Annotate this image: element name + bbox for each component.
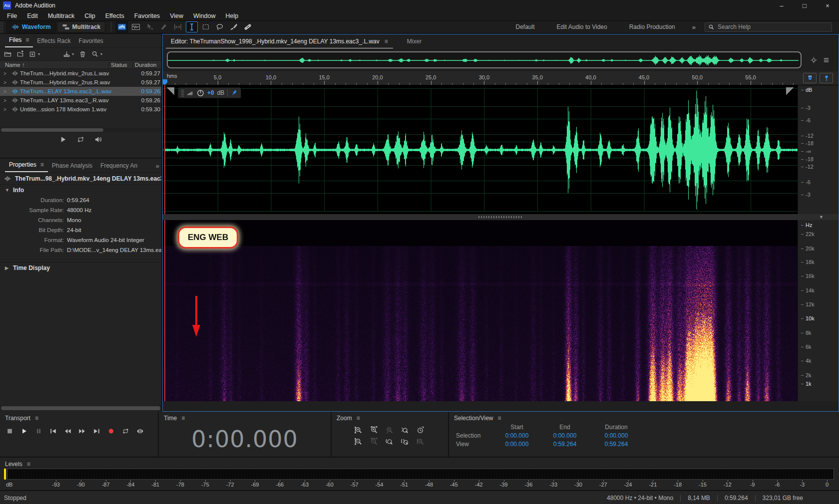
marker-button[interactable] <box>820 73 833 83</box>
timeline-ruler[interactable]: hms 5,010,015,020,025,030,035,040,045,05… <box>163 71 798 85</box>
snap-magnet-button[interactable] <box>803 73 817 83</box>
menu-edit[interactable]: Edit <box>22 12 43 19</box>
panel-menu-icon[interactable]: ≡ <box>498 415 501 422</box>
marquee-selection-tool-button[interactable] <box>200 21 212 32</box>
auto-play-button[interactable] <box>94 136 102 143</box>
gain-value[interactable]: +0 <box>207 89 214 96</box>
loop-playback-button[interactable] <box>120 427 130 436</box>
rewind-button[interactable] <box>62 427 72 436</box>
menu-clip[interactable]: Clip <box>79 12 100 19</box>
expand-chevron-icon[interactable]: > <box>0 80 10 85</box>
panel-menu-icon[interactable]: ≡ <box>35 415 38 422</box>
search-button[interactable] <box>91 50 99 58</box>
panel-menu-icon[interactable]: ≡ <box>25 36 29 43</box>
files-scrollbar-thumb[interactable] <box>1 128 103 132</box>
files-scrollbar[interactable] <box>0 128 161 132</box>
menu-window[interactable]: Window <box>188 12 220 19</box>
loop-playback-button[interactable] <box>77 136 84 143</box>
properties-scrollbar[interactable] <box>0 406 161 411</box>
close-button[interactable]: × <box>816 0 839 11</box>
lasso-selection-tool-button[interactable] <box>214 21 226 32</box>
expand-chevron-icon[interactable]: > <box>0 71 10 76</box>
file-row[interactable]: >TheTrum....Hybrid.mkv_2rus.L.wav0:59.27 <box>0 69 161 78</box>
spot-healing-brush-tool-button[interactable] <box>242 21 254 32</box>
trash-button[interactable] <box>79 50 86 58</box>
import-file-button[interactable] <box>16 50 24 58</box>
go-to-start-button[interactable] <box>48 427 58 436</box>
properties-tab-phase-analysis[interactable]: Phase Analysis <box>48 160 96 172</box>
playhead-marker[interactable] <box>163 79 167 85</box>
file-row[interactable]: >Untitle...ssion 178 Mixdown 1.wav0:59.3… <box>0 105 161 114</box>
search-help-box[interactable] <box>705 22 832 32</box>
spectral-frequency-display-button[interactable] <box>116 21 128 32</box>
time-display-section-header[interactable]: ▶ Time Display <box>0 262 161 273</box>
waveform-display-button[interactable] <box>130 21 142 32</box>
record-button[interactable] <box>106 427 116 436</box>
maximize-button[interactable]: □ <box>793 0 816 11</box>
panel-menu-icon[interactable]: ≡ <box>27 461 30 468</box>
paintbrush-tool-button[interactable] <box>228 21 240 32</box>
menu-view[interactable]: View <box>165 12 188 19</box>
files-tab-files[interactable]: Files≡ <box>5 34 33 47</box>
toolbar-grip[interactable] <box>0 21 3 33</box>
sv-value[interactable]: 0:00.000 <box>589 432 644 439</box>
slip-tool-button[interactable] <box>172 21 184 32</box>
play-button[interactable] <box>19 427 29 436</box>
zoom-in-right-button[interactable] <box>401 426 410 434</box>
sv-value[interactable]: 0:59.264 <box>589 441 644 448</box>
skip-selection-button[interactable] <box>135 427 145 436</box>
file-row[interactable]: >TheTrum...LAY 13ms.eac3_.R.wav0:59.26 <box>0 96 161 105</box>
expand-chevron-icon[interactable]: > <box>0 89 10 94</box>
pin-icon[interactable] <box>231 89 238 96</box>
stop-button[interactable] <box>4 427 14 436</box>
menu-file[interactable]: File <box>2 12 22 19</box>
panel-menu-icon[interactable]: ≡ <box>385 38 388 45</box>
zoom-left-edge-button[interactable] <box>386 438 395 446</box>
collapse-corner-icon[interactable] <box>786 87 794 95</box>
workspace-overflow-button[interactable]: » <box>692 23 696 31</box>
menu-multitrack[interactable]: Multitrack <box>43 12 79 19</box>
new-bin-button[interactable] <box>29 50 36 58</box>
fast-forward-button[interactable] <box>77 427 87 436</box>
expand-chevron-icon[interactable]: > <box>0 107 10 112</box>
properties-tab-properties[interactable]: Properties≡ <box>5 159 48 172</box>
zoom-out-amplitude-button[interactable] <box>355 438 364 446</box>
column-duration[interactable]: Duration <box>132 62 161 68</box>
heads-up-gain-widget[interactable]: +0 dB <box>178 87 241 98</box>
info-section-header[interactable]: ▼ Info <box>0 184 161 195</box>
zoom-both-edges-button[interactable] <box>401 438 410 446</box>
gain-knob-icon[interactable] <box>197 89 204 97</box>
panel-menu-icon[interactable]: ≡ <box>40 161 44 168</box>
file-row[interactable]: >TheTrum....Hybrid.mkv_2rus.R.wav0:59.27 <box>0 78 161 87</box>
overview-range-selector[interactable] <box>167 51 802 68</box>
column-status[interactable]: Status <box>108 62 132 68</box>
properties-tab-frequency-an[interactable]: Frequency An <box>96 160 141 172</box>
properties-scrollbar-thumb[interactable] <box>1 406 160 410</box>
search-help-input[interactable] <box>718 23 829 30</box>
workspace-edit-audio-to-video[interactable]: Edit Audio to Video <box>557 23 607 30</box>
sv-value[interactable]: 0:59.264 <box>541 441 589 448</box>
menu-help[interactable]: Help <box>220 12 243 19</box>
minimize-button[interactable]: – <box>770 0 793 11</box>
go-to-end-button[interactable] <box>91 427 101 436</box>
files-tab-effects-rack[interactable]: Effects Rack <box>33 35 74 47</box>
workspace-default[interactable]: Default <box>515 23 534 30</box>
properties-tabs-overflow[interactable]: » <box>156 162 159 170</box>
mixer-tab[interactable]: Mixer <box>393 35 426 48</box>
overview-zoom-button[interactable] <box>810 56 818 64</box>
panel-menu-icon[interactable]: ≡ <box>181 415 185 422</box>
spectrogram-display[interactable]: ENG WEB <box>163 220 798 401</box>
playhead-line[interactable] <box>164 220 165 401</box>
pause-button[interactable] <box>33 427 43 436</box>
export-media-button[interactable] <box>63 50 70 58</box>
level-meter[interactable] <box>4 469 834 480</box>
move-tool-button[interactable] <box>144 21 156 32</box>
waveform-mode-button[interactable]: Waveform <box>6 21 56 32</box>
play-button[interactable] <box>59 136 67 143</box>
open-folder-button[interactable] <box>4 50 11 58</box>
drag-grip-icon[interactable] <box>181 89 184 96</box>
playhead-line[interactable] <box>164 85 165 214</box>
razor-tool-button[interactable] <box>158 21 170 32</box>
sv-value[interactable]: 0:00.000 <box>541 432 589 439</box>
sv-value[interactable]: 0:00.000 <box>493 432 541 439</box>
